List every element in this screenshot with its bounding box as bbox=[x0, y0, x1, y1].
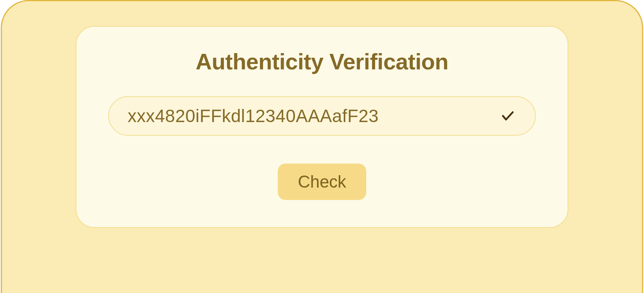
verification-card: Authenticity Verification Check bbox=[76, 26, 568, 228]
check-button[interactable]: Check bbox=[278, 164, 367, 200]
outer-card: Authenticity Verification Check bbox=[1, 0, 643, 293]
code-input-row bbox=[108, 96, 536, 136]
card-title: Authenticity Verification bbox=[196, 48, 448, 74]
code-input[interactable] bbox=[128, 105, 490, 126]
check-icon bbox=[499, 107, 516, 124]
